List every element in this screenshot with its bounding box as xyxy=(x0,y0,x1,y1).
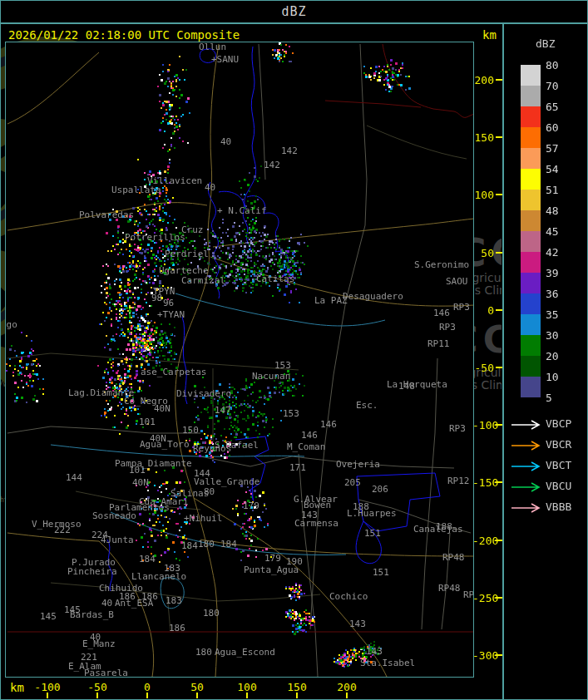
map-label: M_Coman xyxy=(287,442,325,451)
color-swatch xyxy=(521,210,541,231)
map-label: 180 xyxy=(195,648,212,657)
color-swatch xyxy=(521,377,541,397)
vector-label: VBCU xyxy=(546,481,571,491)
vector-label: VBBB xyxy=(546,501,571,512)
map-label: Sosneado xyxy=(92,511,136,520)
y-axis-tick xyxy=(496,136,502,138)
y-axis-tick-label: 100 xyxy=(472,190,494,200)
scale-value: 54 xyxy=(546,164,559,175)
color-swatch xyxy=(521,169,541,190)
map-label: 145 xyxy=(40,612,57,621)
scale-value: 20 xyxy=(546,351,559,362)
scale-value: 48 xyxy=(546,205,559,216)
y-axis-tick-label: -200 xyxy=(472,535,494,546)
y-axis-tick xyxy=(496,194,502,195)
x-axis-tick-label: -50 xyxy=(77,682,117,693)
y-axis-tick-label: -300 xyxy=(472,650,494,661)
map-label: Perdriel xyxy=(165,249,209,259)
map-label: 143 xyxy=(349,619,366,629)
vector-label: VBCP xyxy=(546,418,571,429)
color-swatch xyxy=(521,293,541,314)
y-axis-tick-label: 200 xyxy=(472,75,494,86)
y-axis-tick-label: 0 xyxy=(472,305,494,316)
map-label: Agua_Escond xyxy=(215,648,275,657)
map-label: 148 xyxy=(398,382,415,391)
map-label: Cochico xyxy=(329,592,368,601)
x-axis-tick xyxy=(146,693,148,698)
scale-value: 39 xyxy=(546,268,559,279)
scale-value: 80 xyxy=(546,60,559,71)
map-label: 184 xyxy=(181,541,198,550)
scale-value: 10 xyxy=(546,372,559,382)
x-axis-tick xyxy=(246,693,248,698)
scale-value: 51 xyxy=(546,185,559,195)
map-label: 180 xyxy=(203,609,220,618)
map-label: Pincheira xyxy=(67,567,117,576)
x-axis-tick-label: 0 xyxy=(127,682,167,693)
map-label: Ollun xyxy=(199,42,226,52)
x-axis-tick xyxy=(196,693,198,698)
map-label: Polvaredas xyxy=(79,210,134,219)
map-label: E_Manz xyxy=(82,639,116,648)
x-axis-tick-label: 100 xyxy=(227,682,267,693)
map-label: +TYAN xyxy=(157,310,185,319)
map-label: 146 xyxy=(433,308,450,318)
map-label: 146 xyxy=(320,420,337,429)
map-label: Pampa_Diamante xyxy=(115,459,192,468)
map-label: Valle_Grande xyxy=(194,477,259,486)
y-axis-tick-label: -150 xyxy=(472,477,494,488)
map-label: Pasarela xyxy=(84,668,128,678)
map-label: Llancanelo xyxy=(131,572,186,581)
scale-value: 70 xyxy=(546,81,559,91)
x-axis-tick-label: -100 xyxy=(27,682,67,693)
map-label: Potrerillos xyxy=(125,233,185,242)
map-label: 142 xyxy=(264,160,280,170)
y-axis-tick xyxy=(496,481,502,483)
scale-value: 60 xyxy=(546,122,559,133)
map-label: 184 xyxy=(220,540,237,549)
map-label: RP3 xyxy=(439,323,456,332)
map-label: 40 xyxy=(101,599,112,608)
radar-echo-layer xyxy=(6,42,473,677)
map-label: 40 xyxy=(205,183,215,192)
map-label: 186 xyxy=(169,624,185,633)
vector-row xyxy=(511,460,544,471)
map-label: 40 xyxy=(220,137,231,146)
map-label: +Nihuil xyxy=(184,514,222,523)
color-swatch xyxy=(521,86,541,106)
map-label: Catitas xyxy=(256,274,294,283)
color-swatch xyxy=(521,106,541,127)
map-label: RP48 xyxy=(438,584,461,593)
map-label: ago xyxy=(5,320,17,329)
map-label: 150 xyxy=(182,426,199,435)
map-label: 151 xyxy=(373,568,389,577)
y-axis-tick xyxy=(496,309,502,311)
map-label: Divisadero xyxy=(176,389,231,398)
vector-label: VBCT xyxy=(546,460,571,471)
scale-value: 65 xyxy=(546,101,559,112)
map-label: Carmizal xyxy=(181,276,225,285)
color-scale-panel: dBZ 807065605754514845423936353020105 VB… xyxy=(503,23,588,700)
map-label: La Horqueta xyxy=(387,380,447,389)
map-label: 206 xyxy=(372,485,388,494)
color-swatch xyxy=(521,148,541,169)
map-label: 40N xyxy=(132,478,149,487)
map-label: 143 xyxy=(366,647,383,656)
timestamp: 2026/01/22 02:18:00 UTC Composite xyxy=(8,28,240,42)
map-label: RP3 xyxy=(453,303,470,312)
color-swatch xyxy=(521,356,541,377)
y-axis-tick-label: 150 xyxy=(472,132,494,143)
y-axis-tick-label: -100 xyxy=(472,420,494,431)
map-label: Agua_Toro xyxy=(140,440,190,449)
y-axis-tick xyxy=(496,79,502,81)
y-axis-tick xyxy=(496,252,502,254)
map-label: 171 xyxy=(289,463,306,472)
map-label: 142 xyxy=(281,146,298,155)
map-label: 179 xyxy=(243,501,259,510)
color-swatch xyxy=(521,273,541,293)
vector-row xyxy=(511,439,544,451)
vbcu-arrow-icon xyxy=(511,481,544,493)
map-label: 40N xyxy=(154,404,170,413)
map-label: Desaguadero xyxy=(343,292,403,301)
scale-value: 35 xyxy=(546,309,559,320)
